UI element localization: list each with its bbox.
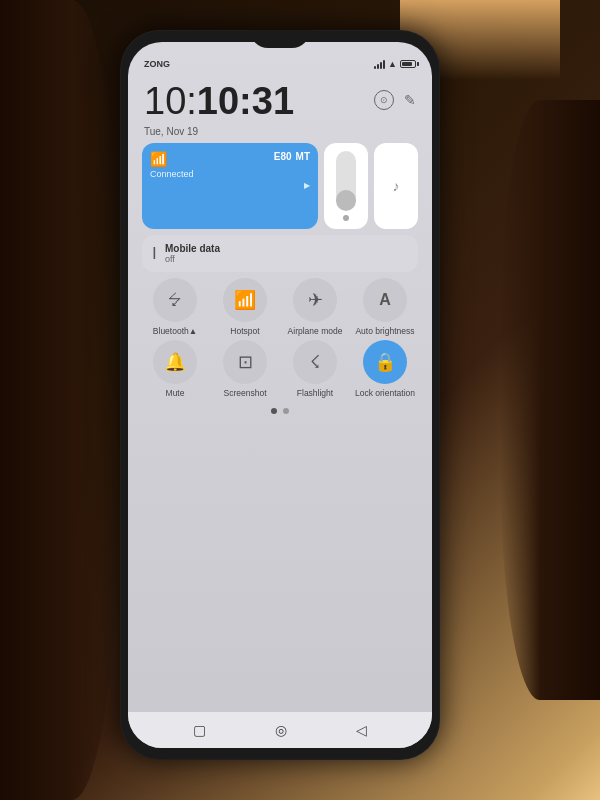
clock-date: Tue, Nov 19 <box>144 126 294 137</box>
mobile-data-label: Mobile data <box>165 243 220 254</box>
toggle-screenshot[interactable]: ⊡ Screenshot <box>212 340 278 398</box>
mobile-data-icon: Ⅰ <box>152 244 157 263</box>
carrier-label: ZONG <box>144 59 170 69</box>
hand-left <box>0 0 120 800</box>
brightness-dot <box>343 215 349 221</box>
mobile-data-text: Mobile data off <box>165 243 220 264</box>
toggle-bluetooth[interactable]: ⭍ Bluetooth▲ <box>142 278 208 336</box>
auto-brightness-circle[interactable]: A <box>363 278 407 322</box>
scene: ZONG ▲ <box>0 0 600 800</box>
screenshot-label: Screenshot <box>224 388 267 398</box>
wifi-status-text: Connected <box>150 169 310 179</box>
bluetooth-icon: ⭍ <box>166 290 184 311</box>
toggle-auto-brightness[interactable]: A Auto brightness <box>352 278 418 336</box>
lock-orientation-icon: 🔒 <box>374 351 396 373</box>
toggle-lock-orientation[interactable]: 🔒 Lock orientation <box>352 340 418 398</box>
airplane-icon: ✈ <box>308 289 323 311</box>
bluetooth-label: Bluetooth▲ <box>153 326 197 336</box>
wifi-provider: MT <box>296 151 310 162</box>
wifi-ssid: E80 <box>274 151 292 162</box>
hotspot-icon: 📶 <box>234 289 256 311</box>
nav-back-button[interactable]: ◁ <box>356 722 367 738</box>
toggle-airplane[interactable]: ✈ Airplane mode <box>282 278 348 336</box>
auto-brightness-label: Auto brightness <box>355 326 414 336</box>
settings-icon[interactable]: ⊙ <box>374 90 394 110</box>
hotspot-label: Hotspot <box>230 326 259 336</box>
flashlight-icon: ☇ <box>310 351 320 373</box>
nav-home-button[interactable]: ◎ <box>275 722 287 738</box>
airplane-circle[interactable]: ✈ <box>293 278 337 322</box>
status-bar: ZONG ▲ <box>140 52 420 72</box>
clock-area: 10:10:31 Tue, Nov 19 ⊙ ✎ <box>140 78 420 137</box>
hand-right <box>500 100 600 700</box>
content-spacer <box>140 424 420 748</box>
mobile-data-row: Ⅰ Mobile data off <box>140 235 420 272</box>
signal-icon <box>374 59 385 69</box>
page-dot-1 <box>271 408 277 414</box>
wifi-ssid-group: E80 MT <box>274 151 310 162</box>
airplane-label: Airplane mode <box>288 326 343 336</box>
lock-orientation-circle[interactable]: 🔒 <box>363 340 407 384</box>
music-tile[interactable]: ♪ <box>374 143 418 229</box>
brightness-track[interactable] <box>336 151 356 211</box>
mute-circle[interactable]: 🔔 <box>153 340 197 384</box>
top-tiles-row: 📶 E80 MT Connected ▶ <box>140 143 420 229</box>
mobile-data-sublabel: off <box>165 254 220 264</box>
page-dots <box>140 404 420 418</box>
screenshot-circle[interactable]: ⊡ <box>223 340 267 384</box>
wifi-tile[interactable]: 📶 E80 MT Connected ▶ <box>142 143 318 229</box>
toggle-mute[interactable]: 🔔 Mute <box>142 340 208 398</box>
clock-time: 10:10:31 <box>144 82 294 120</box>
phone-notch <box>250 30 310 48</box>
clock-right-icons: ⊙ ✎ <box>374 90 416 110</box>
brightness-tile[interactable] <box>324 143 368 229</box>
toggles-grid: ⭍ Bluetooth▲ 📶 Hotspot ✈ <box>140 278 420 398</box>
lock-orientation-label: Lock orientation <box>355 388 415 398</box>
bluetooth-circle[interactable]: ⭍ <box>153 278 197 322</box>
mobile-data-tile[interactable]: Ⅰ Mobile data off <box>142 235 418 272</box>
wifi-status-icon: ▲ <box>388 59 397 69</box>
screenshot-icon: ⊡ <box>238 351 253 373</box>
status-icons: ▲ <box>374 59 416 69</box>
nav-recent-button[interactable]: ▢ <box>193 722 206 738</box>
auto-brightness-icon: A <box>379 291 391 309</box>
wifi-tile-icon: 📶 <box>150 151 167 167</box>
navigation-bar: ▢ ◎ ◁ <box>128 712 432 748</box>
battery-icon <box>400 60 416 68</box>
phone-screen: ZONG ▲ <box>128 42 432 748</box>
mute-label: Mute <box>166 388 185 398</box>
page-dot-2 <box>283 408 289 414</box>
mute-icon: 🔔 <box>164 351 186 373</box>
flashlight-label: Flashlight <box>297 388 333 398</box>
wifi-arrow-icon: ▶ <box>304 181 310 190</box>
quick-settings-panel: ZONG ▲ <box>128 42 432 748</box>
hotspot-circle[interactable]: 📶 <box>223 278 267 322</box>
flashlight-circle[interactable]: ☇ <box>293 340 337 384</box>
brightness-fill <box>336 190 356 211</box>
toggle-hotspot[interactable]: 📶 Hotspot <box>212 278 278 336</box>
edit-icon[interactable]: ✎ <box>404 92 416 108</box>
music-icon: ♪ <box>393 178 400 194</box>
toggle-flashlight[interactable]: ☇ Flashlight <box>282 340 348 398</box>
phone-body: ZONG ▲ <box>120 30 440 760</box>
